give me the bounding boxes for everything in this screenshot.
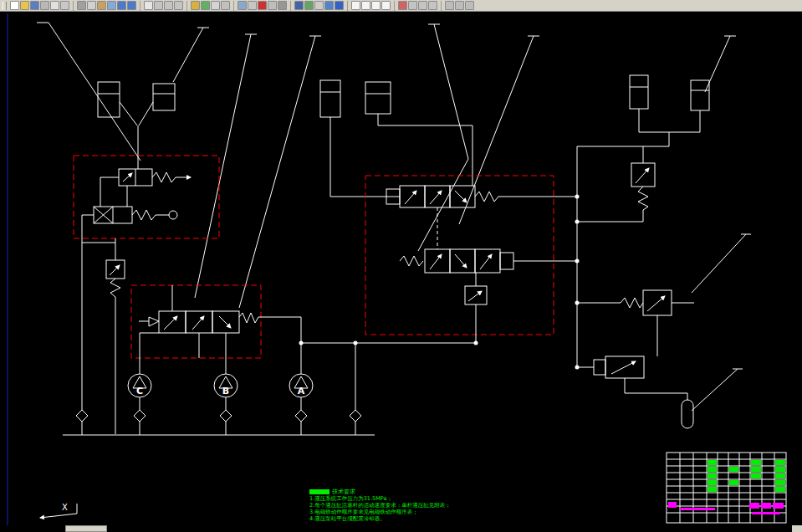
tech-notes-highlight-bar [309,489,329,494]
properties-icon[interactable] [324,1,334,10]
list-icon[interactable] [211,1,220,10]
arc-tool-icon[interactable] [381,1,391,10]
layer-states-icon[interactable] [248,1,257,10]
new-file-icon[interactable] [10,1,19,10]
toolbar-separator [233,1,234,11]
line-tool-icon[interactable] [351,1,360,10]
toolbar-separator [441,1,442,11]
zoom-window-icon[interactable] [164,1,173,10]
tech-notes[interactable]: 技术要求 1.液压系统工作压力为31.5MPa；2.每个液压缸活塞杆的运动速度要… [309,489,456,522]
circle-tool-icon[interactable] [371,1,381,10]
bottom-bar [0,525,802,532]
undo-icon[interactable] [117,1,126,10]
svg-text:B: B [222,386,229,396]
model-space-icon[interactable] [445,1,454,10]
distance-icon[interactable] [191,1,200,10]
move-icon[interactable] [408,1,417,10]
rotate-icon[interactable] [418,1,427,10]
toolbar-separator [394,1,395,11]
toolbar-separator [186,1,187,11]
match-properties-icon[interactable] [107,1,116,10]
drawing-canvas[interactable]: C B A [0,0,802,532]
ucs-x-label: X [62,503,68,512]
relief-valve[interactable] [577,146,655,222]
group-box-1[interactable] [74,156,219,238]
text-style-icon[interactable] [294,1,304,10]
tech-note-line: 3.电磁铁动作顺序要求见电磁铁动作顺序表； [309,509,456,515]
color-control-icon[interactable] [258,1,267,10]
redo-icon[interactable] [127,1,136,10]
ucs-icon: X [40,503,77,518]
scale-icon[interactable] [428,1,437,10]
toolbar-separator [73,1,74,11]
tech-notes-title: 技术要求 [332,489,355,495]
pump-b[interactable]: B [214,374,238,410]
copy-icon[interactable] [87,1,96,10]
command-line-fragment[interactable] [65,525,107,532]
zoom-realtime-icon[interactable] [154,1,163,10]
object-snap-icon[interactable] [455,1,464,10]
title-block[interactable] [667,453,786,523]
pump-c[interactable]: C [128,374,151,410]
polyline-tool-icon[interactable] [361,1,370,10]
accumulator[interactable] [682,400,693,428]
save-file-icon[interactable] [30,1,39,10]
open-file-icon[interactable] [20,1,29,10]
pump-a[interactable]: A [289,317,313,410]
area-icon[interactable] [201,1,210,10]
erase-icon[interactable] [398,1,407,10]
paste-icon[interactable] [97,1,106,10]
corner-fragment [792,525,802,532]
layers-icon[interactable] [238,1,247,10]
cylinder-top-right[interactable] [577,75,709,146]
linetype-icon[interactable] [268,1,277,10]
table-style-icon[interactable] [314,1,324,10]
toolbar [0,0,802,12]
throttle-valve-right[interactable] [577,290,694,356]
help-icon[interactable] [335,1,344,10]
directional-valve-lower-left[interactable] [139,285,301,374]
tech-notes-title-row: 技术要求 [309,489,456,495]
toolbar-separator [347,1,348,11]
zoom-previous-icon[interactable] [174,1,183,10]
supply-lines-left[interactable] [82,215,115,434]
group-box-center[interactable] [365,176,554,335]
toolbar-grip[interactable] [3,2,7,10]
toolbar-separator [290,1,291,11]
cylinder-top-middle[interactable] [320,80,473,197]
plot-preview-icon[interactable] [50,1,59,10]
tech-note-line: 4.液压泵站平台须配置冷却器。 [309,515,456,522]
pilot-valve[interactable] [106,260,125,297]
pan-icon[interactable] [144,1,153,10]
leader-lines[interactable] [37,23,751,411]
cut-icon[interactable] [77,1,86,10]
cylinder-top-left[interactable] [98,82,175,169]
plot-icon[interactable] [40,1,49,10]
valve-block-1[interactable] [82,169,191,223]
lineweight-icon[interactable] [278,1,287,10]
toolbar-separator [140,1,140,11]
dim-style-icon[interactable] [304,1,314,10]
publish-icon[interactable] [60,1,69,10]
tech-note-line: 2.每个液压缸活塞杆的运动速度要求：单杆液压缸见附表； [309,502,456,509]
locate-point-icon[interactable] [221,1,230,10]
center-valve-lower[interactable] [301,249,577,343]
tech-note-line: 1.液压系统工作压力为31.5MPa； [309,495,456,502]
center-valve-upper[interactable] [386,186,577,249]
suction-filters[interactable] [63,343,375,435]
solenoid-valve-lower-right[interactable] [577,356,687,400]
svg-text:C: C [136,386,143,396]
group-box-2[interactable] [131,285,261,358]
tech-notes-lines: 1.液压系统工作压力为31.5MPa；2.每个液压缸活塞杆的运动速度要求：单杆液… [309,495,456,522]
grid-toggle-icon[interactable] [465,1,474,10]
svg-text:A: A [298,386,305,396]
